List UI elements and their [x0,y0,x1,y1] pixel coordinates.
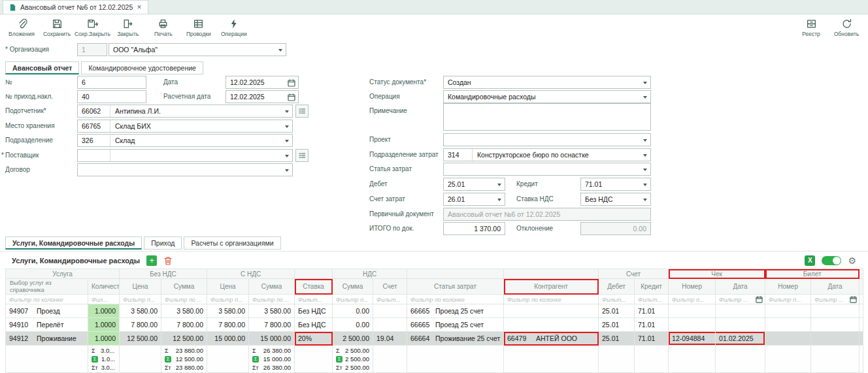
save-close-button[interactable]: Сохр.Закрыть [75,15,110,40]
filter-ticket-date[interactable]: Фильтр ... [811,295,860,304]
attachments-button[interactable]: Вложения [4,15,39,40]
add-row-button[interactable]: + [146,255,157,266]
calendar-icon[interactable] [756,296,763,303]
col-sum-no-vat[interactable]: Сумма [161,279,207,295]
cell-ticket-number[interactable] [765,304,811,318]
cell-ticket-date[interactable] [811,304,860,318]
col-rate[interactable]: Ставка [295,279,333,295]
col-qty[interactable]: Количест [88,279,120,295]
cell-check-number[interactable] [669,318,716,332]
cell-vat-sum[interactable]: 0.00 [333,304,373,318]
cell-credit[interactable]: 71.01 [635,332,669,346]
col-price-no-vat[interactable]: Цена [120,279,161,295]
filter-price-with-vat[interactable]: Фильтр п... [207,295,249,304]
excel-export-icon[interactable]: X [805,255,815,266]
cost-account-select[interactable]: 26.01 [443,193,505,206]
col-vat-sum[interactable]: Сумма [333,279,373,295]
filter-credit[interactable]: Фильт... [635,295,669,304]
cell-sum-no-vat[interactable]: 7 800.00 [161,318,207,332]
filter-ticket-number[interactable]: Фильтр п... [765,295,811,304]
group-check[interactable]: Чек [669,269,765,279]
group-vat[interactable]: НДС [333,269,407,279]
cell-qty[interactable]: 1.0000 [88,304,120,318]
table-row-selected[interactable]: 94912Проживание 1.0000 12 500.00 12 500.… [6,332,863,346]
cell-price-no-vat[interactable]: 7 800.00 [120,318,161,332]
table-row[interactable]: 94907Проезд 1.0000 3 580.00 3 580.00 3 5… [6,304,863,318]
cell-vat-account[interactable] [373,304,407,318]
cell-sum-no-vat[interactable]: 12 500.00 [161,332,207,346]
close-button[interactable]: Закрыть [110,15,146,40]
col-sum-with-vat[interactable]: Сумма [249,279,295,295]
filter-check-date[interactable]: Фильтр ... [716,295,765,304]
project-select[interactable] [443,133,651,146]
operations-button[interactable]: Операции [216,15,252,40]
group-with-vat[interactable]: С НДС [207,269,295,279]
save-button[interactable]: Сохранить [39,15,75,40]
cell-sum-with-vat[interactable]: 15 000.00 [249,332,295,346]
cell-price-with-vat[interactable]: 15 000.00 [207,332,249,346]
cell-cost-item[interactable]: 66664Проживание 25 счет [407,332,504,346]
cell-debit[interactable]: 25.01 [599,304,635,318]
col-cost-item[interactable]: Статья затрат [407,279,504,295]
tab-travel-certificate[interactable]: Командировочное удостоверение [81,61,203,74]
refresh-button[interactable]: Обновить [829,15,864,40]
group-no-vat[interactable]: Без НДС [120,269,207,279]
filter-cost-item[interactable]: Фильтр по колонке [407,295,504,304]
filter-vat-account[interactable]: Фильт... [373,295,407,304]
tab-services[interactable]: Услуги, Командировочные расходы [5,236,142,250]
cell-price-with-vat[interactable]: 3 580.00 [207,304,249,318]
cell-debit[interactable]: 25.01 [599,318,635,332]
cell-ticket-number[interactable] [765,332,811,346]
filter-rate[interactable]: Фильт... [295,295,333,304]
group-service[interactable]: Услуга [6,269,120,279]
col-check-date[interactable]: Дата [716,279,765,295]
operation-select[interactable]: Командировочные расходы [443,90,651,103]
cell-contragent[interactable]: 66479АНТЕЙ ООО [504,332,599,346]
cell-credit[interactable]: 71.01 [635,318,669,332]
cell-ticket-date[interactable] [811,318,860,332]
cell-vat-sum[interactable]: 0.00 [333,318,373,332]
filter-price-no-vat[interactable]: Фильтр п... [120,295,161,304]
cell-contragent[interactable] [504,304,599,318]
filter-vat-sum[interactable]: Фильтр п... [333,295,373,304]
gear-icon[interactable]: ⚙ [848,255,856,266]
filter-contragent[interactable]: Фильтр по колонке [504,295,599,304]
cell-vat-sum[interactable]: 2 500.00 [333,332,373,346]
document-tab[interactable]: Авансовый отчет №6 от 12.02.2025 ✕ [3,0,148,14]
debit-select[interactable]: 25.01 [443,178,505,191]
col-vat-account[interactable]: Счет [373,279,407,295]
cell-price-no-vat[interactable]: 3 580.00 [120,304,161,318]
filter-service[interactable]: Фильтр по колонке [6,295,88,304]
grid-toggle[interactable] [822,256,841,265]
note-input[interactable] [443,103,651,131]
cell-service[interactable]: 94907Проезд [6,304,88,318]
col-contragent[interactable]: Контрагент [504,279,599,295]
vat-rate-select[interactable]: Без НДС [580,193,651,206]
filter-sum-no-vat[interactable]: Фильтр по ... [161,295,207,304]
cell-vat-account[interactable] [373,318,407,332]
calendar-icon[interactable] [850,296,857,303]
cell-cost-item[interactable]: 66665Проезд 25 счет [407,318,504,332]
filter-sum-with-vat[interactable]: Фильтр по ... [249,295,295,304]
registry-button[interactable]: Реестр [793,15,829,40]
cell-check-date[interactable] [716,318,765,332]
delete-row-button[interactable] [163,256,173,266]
tab-settlements[interactable]: Расчеты с организациями [184,236,280,250]
cell-contragent[interactable] [504,318,599,332]
organization-code-field[interactable]: 1 [77,43,107,56]
col-debit[interactable]: Дебет [599,279,635,295]
group-ticket[interactable]: Билет [765,269,860,279]
table-row[interactable]: 94910Перелёт 1.0000 7 800.00 7 800.00 7 … [6,318,863,332]
cell-check-number[interactable] [669,304,716,318]
group-account[interactable]: Счет [599,269,669,279]
col-price-with-vat[interactable]: Цена [207,279,249,295]
cell-sum-with-vat[interactable]: 7 800.00 [249,318,295,332]
cell-qty[interactable]: 1.0000 [88,318,120,332]
tab-advance-report[interactable]: Авансовый отчет [5,61,79,74]
cell-ticket-number[interactable] [765,318,811,332]
cost-division-select[interactable]: 314Конструкторское бюро по оснастке [443,148,651,161]
status-select[interactable]: Создан [443,76,651,89]
cell-debit[interactable]: 25.01 [599,332,635,346]
cell-rate[interactable]: Без НДС [295,304,333,318]
cell-check-number[interactable]: 12-094884 [669,332,716,346]
